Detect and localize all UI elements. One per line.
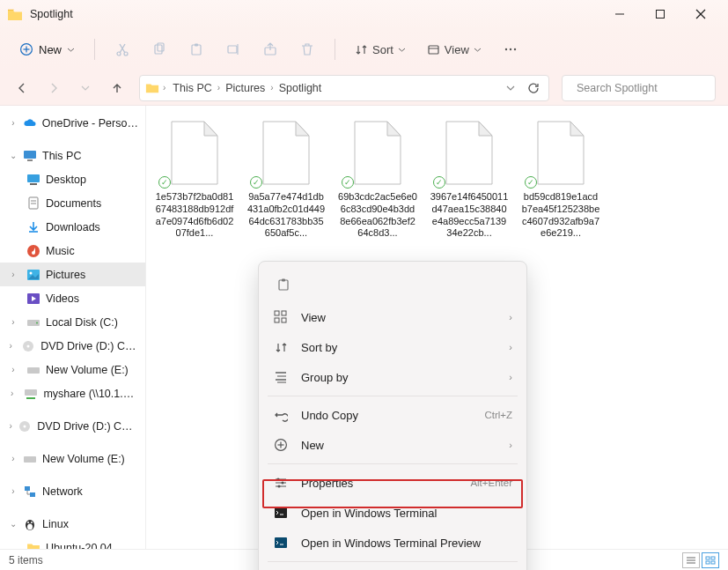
- ctx-show-more[interactable]: Show more options Shift+F10: [259, 566, 526, 570]
- cut-icon[interactable]: [107, 34, 137, 64]
- rename-icon[interactable]: [218, 34, 248, 64]
- share-icon[interactable]: [255, 34, 285, 64]
- svg-point-19: [510, 48, 511, 50]
- svg-rect-23: [24, 151, 36, 159]
- sync-check-icon: ✓: [342, 176, 354, 189]
- tree-dvd2[interactable]: › DVD Drive (D:) CCCOMA_X64FRE_EN-US_DV9: [0, 414, 145, 438]
- ctx-open-wt[interactable]: Open in Windows Terminal: [259, 498, 526, 528]
- tree-newvol1[interactable]: › New Volume (E:): [0, 358, 145, 381]
- svg-point-47: [27, 523, 33, 529]
- drive-icon: [26, 363, 40, 377]
- minimize-button[interactable]: [599, 0, 640, 28]
- tree-linux[interactable]: ⌄ Linux: [0, 512, 145, 536]
- dvd-icon: [18, 419, 32, 433]
- plus-circle-icon: [273, 437, 289, 453]
- grid-icon: [273, 309, 289, 325]
- tree-desktop[interactable]: Desktop: [0, 167, 145, 191]
- back-button[interactable]: [12, 78, 32, 98]
- tree-pictures[interactable]: › Pictures: [0, 263, 145, 286]
- svg-rect-80: [711, 561, 715, 564]
- tree-network[interactable]: › Network: [0, 479, 145, 503]
- ctx-open-wtp[interactable]: Open in Windows Terminal Preview: [259, 528, 526, 558]
- chevron-down-icon: [67, 46, 75, 54]
- context-menu: View › Sort by › Group by › Undo Copy Ct…: [258, 261, 527, 570]
- details-view-button[interactable]: [682, 552, 700, 568]
- cloud-icon: [23, 116, 37, 130]
- folder-icon: [145, 81, 159, 95]
- forward-button[interactable]: [44, 78, 63, 98]
- view-button[interactable]: View: [420, 40, 489, 60]
- nav-tree: › OneDrive - Personal ⌄ This PC Desktop …: [0, 106, 146, 549]
- file-item[interactable]: ✓ 3967e14f6450011d47aea15c38840e4a89ecc5…: [430, 120, 509, 240]
- svg-point-18: [505, 48, 507, 50]
- up-button[interactable]: [107, 78, 127, 98]
- svg-point-48: [27, 522, 29, 523]
- breadcrumb-pictures[interactable]: Pictures: [222, 80, 268, 96]
- file-item[interactable]: ✓ 69b3cdc2ac5e6e06c83cd90e4b3dd8e66ea062…: [338, 120, 417, 240]
- sort-button[interactable]: Sort: [348, 40, 413, 60]
- tree-localdisk[interactable]: › Local Disk (C:): [0, 310, 145, 334]
- tree-newvol2[interactable]: › New Volume (E:): [0, 447, 145, 470]
- svg-rect-44: [25, 486, 30, 491]
- breadcrumb-spotlight[interactable]: Spotlight: [276, 80, 326, 96]
- more-button[interactable]: [496, 34, 526, 64]
- ctx-paste-icon[interactable]: [269, 270, 298, 299]
- netdrive-icon: [24, 387, 38, 401]
- tree-downloads[interactable]: Downloads: [0, 215, 145, 239]
- sync-check-icon: ✓: [433, 176, 445, 189]
- icons-view-button[interactable]: [702, 552, 719, 568]
- maximize-button[interactable]: [640, 0, 680, 28]
- file-thumbnail: ✓: [350, 120, 405, 186]
- pictures-icon: [26, 268, 40, 282]
- svg-rect-13: [228, 46, 237, 53]
- sort-label: Sort: [372, 43, 393, 56]
- close-button[interactable]: [680, 0, 721, 28]
- ctx-sort[interactable]: Sort by ›: [259, 332, 526, 362]
- paste-icon[interactable]: [181, 34, 211, 64]
- breadcrumb-thispc[interactable]: This PC: [169, 80, 215, 96]
- svg-point-20: [514, 48, 516, 50]
- tree-thispc[interactable]: ⌄ This PC: [0, 144, 145, 167]
- address-dropdown-button[interactable]: [501, 78, 520, 98]
- svg-rect-77: [706, 557, 710, 559]
- tree-myshare[interactable]: › myshare (\\10.1.4.173) (F:): [0, 381, 145, 405]
- tree-videos[interactable]: Videos: [0, 286, 145, 310]
- svg-rect-53: [282, 311, 286, 315]
- file-item[interactable]: ✓ 9a5a77e474d1db431a0fb2c01d44964dc63178…: [246, 120, 326, 240]
- tree-ubuntu[interactable]: Ubuntu-20.04: [0, 536, 145, 549]
- ctx-new[interactable]: New ›: [259, 430, 526, 460]
- view-label: View: [445, 43, 469, 56]
- copy-icon[interactable]: [144, 34, 174, 64]
- delete-icon[interactable]: [292, 34, 322, 64]
- tree-onedrive[interactable]: › OneDrive - Personal: [0, 111, 145, 135]
- recent-button[interactable]: [76, 78, 95, 98]
- search-input[interactable]: [577, 82, 715, 94]
- ctx-view[interactable]: View ›: [259, 302, 526, 332]
- tree-music[interactable]: Music: [0, 239, 145, 263]
- tree-documents[interactable]: Documents: [0, 191, 145, 215]
- network-icon: [23, 485, 37, 499]
- ctx-undo[interactable]: Undo Copy Ctrl+Z: [259, 400, 526, 430]
- file-item[interactable]: ✓ bd59cd819e1acdb7ea45f125238bec4607d932…: [521, 120, 600, 240]
- address-bar[interactable]: › This PC› Pictures› Spotlight: [139, 75, 549, 101]
- svg-rect-9: [155, 45, 162, 54]
- nav-bar: › This PC› Pictures› Spotlight: [0, 70, 728, 106]
- ctx-group[interactable]: Group by ›: [259, 362, 526, 392]
- svg-point-66: [277, 478, 280, 481]
- file-thumbnail: ✓: [442, 120, 496, 186]
- search-box[interactable]: [562, 75, 716, 101]
- ctx-properties[interactable]: Properties Alt+Enter: [259, 468, 526, 498]
- new-button[interactable]: New: [12, 39, 82, 60]
- sync-check-icon: ✓: [158, 176, 171, 189]
- terminal-preview-icon: [273, 535, 289, 551]
- refresh-button[interactable]: [524, 78, 543, 98]
- svg-rect-70: [275, 537, 287, 548]
- svg-point-33: [30, 271, 33, 274]
- tree-dvd1[interactable]: › DVD Drive (D:) CCCOMA_X64FRE_EN-US_DV9: [0, 334, 145, 358]
- svg-rect-26: [30, 183, 37, 185]
- sort-icon: [273, 339, 289, 355]
- svg-rect-11: [192, 45, 201, 55]
- svg-rect-78: [711, 557, 715, 559]
- file-item[interactable]: ✓ 1e573b7f2ba0d8167483188db912dfa7e0974d…: [155, 120, 234, 240]
- title-bar: Spotlight: [0, 0, 728, 28]
